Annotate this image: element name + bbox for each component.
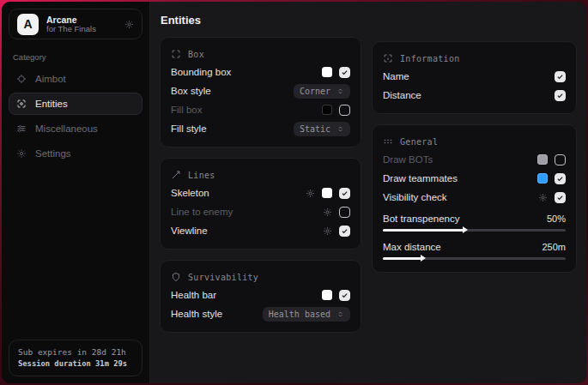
setting-label: Visibility check [383, 192, 538, 202]
setting-label: Line to enemy [171, 207, 323, 217]
checkbox[interactable] [339, 188, 350, 199]
checkbox[interactable] [339, 105, 350, 116]
gear-icon[interactable] [124, 20, 134, 29]
setting-label: Bot transpenency [383, 214, 547, 224]
dropdown-value: Health based [269, 310, 330, 319]
setting-row: Bounding box [171, 63, 350, 81]
sub-expires-text: Sub expires in 28d 21h [18, 346, 133, 358]
setting-label: Health bar [171, 290, 322, 300]
slider-value: 250m [542, 242, 566, 252]
slider[interactable] [383, 257, 566, 260]
sidebar-item-label: Miscellaneous [35, 123, 98, 134]
checkbox[interactable] [555, 173, 566, 184]
section-title: Box [188, 50, 204, 59]
chevrons-up-down-icon [336, 125, 344, 133]
sliders-icon [16, 123, 27, 134]
checkbox[interactable] [339, 67, 350, 78]
setting-label: Health style [171, 309, 263, 319]
checkbox[interactable] [555, 192, 566, 203]
setting-row: Visibility check [383, 188, 566, 207]
gear-icon[interactable] [538, 193, 548, 202]
setting-label: Name [383, 71, 555, 81]
sidebar-item-entities[interactable]: Entities [9, 93, 142, 115]
checkbox[interactable] [339, 290, 350, 301]
setting-row: Name [383, 67, 566, 86]
scan-icon [16, 99, 27, 109]
information-section: Information Name Distance [372, 41, 577, 114]
color-swatch[interactable] [322, 188, 332, 198]
gear-icon[interactable] [323, 208, 332, 217]
color-swatch[interactable] [322, 67, 332, 77]
lines-section: Lines Skeleton Line to enemy [160, 158, 361, 250]
color-swatch[interactable] [537, 173, 548, 183]
color-swatch[interactable] [322, 290, 332, 300]
setting-row: Box style Corner [171, 81, 350, 100]
chevrons-up-down-icon [336, 87, 344, 95]
sidebar-item-label: Aimbot [35, 74, 66, 84]
checkbox[interactable] [555, 90, 566, 101]
setting-row: Fill box [171, 100, 350, 119]
main-content: Entities Box Bounding box [150, 2, 586, 383]
brand-logo: A [17, 14, 39, 35]
setting-row: Health bar [171, 286, 350, 304]
slider-value: 50% [547, 214, 566, 224]
checkbox[interactable] [555, 154, 566, 165]
setting-label: Distance [383, 90, 555, 100]
setting-row: Draw BOTs [383, 150, 566, 169]
page-title: Entities [161, 14, 577, 27]
sidebar-nav: Aimbot Entities Miscellaneous Settings [9, 68, 142, 165]
setting-label: Viewline [171, 226, 323, 236]
slider-thumb[interactable] [463, 226, 468, 233]
checkbox[interactable] [339, 207, 350, 218]
brand-name: Arcane [46, 15, 117, 25]
chevrons-up-down-icon [336, 310, 344, 318]
checkbox[interactable] [555, 71, 566, 82]
setting-label: Bounding box [171, 67, 322, 77]
gear-icon[interactable] [306, 189, 315, 198]
subscription-card: Sub expires in 28d 21h Session duration … [9, 340, 142, 376]
slider-thumb[interactable] [421, 255, 426, 262]
sidebar: A Arcane for The Finals Category Aimbot [2, 2, 150, 383]
sidebar-item-label: Settings [35, 148, 71, 159]
slider-row: Bot transpenency 50% [383, 209, 566, 235]
setting-label: Fill box [171, 105, 322, 115]
sidebar-item-aimbot[interactable]: Aimbot [9, 68, 142, 90]
crosshair-icon [16, 74, 27, 84]
dropdown[interactable]: Health based [263, 307, 350, 322]
setting-label: Max distance [383, 242, 542, 252]
diagonal-line-icon [171, 170, 181, 180]
sidebar-item-label: Entities [35, 99, 68, 109]
setting-label: Draw teammates [383, 173, 537, 183]
section-title: Survivability [188, 273, 258, 282]
setting-label: Box style [171, 86, 294, 96]
slider[interactable] [383, 229, 566, 232]
info-scan-icon [383, 53, 393, 63]
section-title: General [400, 137, 438, 147]
dropdown-value: Static [300, 124, 330, 134]
brand-subtitle: for The Finals [46, 25, 117, 34]
color-swatch[interactable] [322, 105, 332, 115]
setting-row: Line to enemy [171, 202, 350, 221]
category-label: Category [13, 52, 142, 62]
setting-label: Draw BOTs [383, 154, 537, 165]
setting-row: Viewline [171, 221, 350, 240]
sidebar-item-miscellaneous[interactable]: Miscellaneous [9, 117, 142, 140]
box-corners-icon [171, 49, 181, 59]
survivability-section: Survivability Health bar Health style [160, 260, 361, 333]
section-title: Information [400, 54, 460, 63]
gear-icon [16, 148, 27, 159]
dropdown[interactable]: Static [294, 122, 350, 136]
gear-icon[interactable] [323, 226, 332, 236]
session-duration-text: Session duration 31m 29s [18, 358, 133, 370]
slider-row: Max distance 250m [383, 238, 566, 263]
setting-row: Health style Health based [171, 304, 350, 323]
setting-label: Skeleton [171, 188, 306, 198]
sidebar-item-settings[interactable]: Settings [9, 142, 142, 165]
color-swatch[interactable] [537, 154, 548, 165]
general-section: General Draw BOTs Draw teammates [372, 124, 577, 273]
grid-dots-icon [383, 136, 393, 147]
dropdown[interactable]: Corner [294, 84, 350, 99]
checkbox[interactable] [339, 226, 350, 237]
shield-icon [171, 272, 181, 282]
setting-row: Fill style Static [171, 119, 350, 138]
